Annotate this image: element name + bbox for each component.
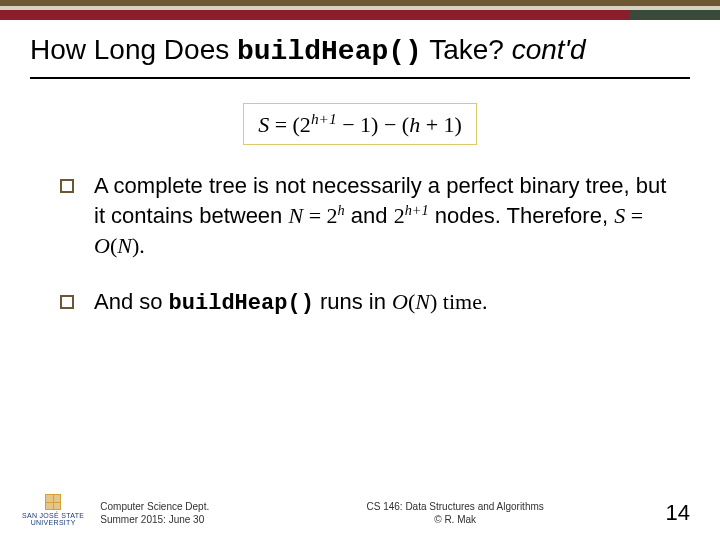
exp-h1: h+1 <box>405 202 429 218</box>
bullet-list: A complete tree is not necessarily a per… <box>0 145 720 318</box>
bullet-item: And so buildHeap() runs in O(N) time. <box>60 287 670 319</box>
dept: Computer Science Dept. <box>100 500 260 513</box>
var-N2: N <box>117 233 132 258</box>
logo-text-1: SAN JOSÉ STATE <box>22 512 84 519</box>
page-number: 14 <box>650 500 690 526</box>
copyright: © R. Mak <box>260 513 650 526</box>
footer-center: CS 146: Data Structures and Algorithms ©… <box>260 500 650 526</box>
bullet-text-2: And so buildHeap() runs in O(N) time. <box>94 287 487 319</box>
eq2: = <box>625 203 643 228</box>
logo-text-2: UNIVERSITY <box>31 519 76 526</box>
formula-h: h <box>409 112 420 137</box>
bullet-item: A complete tree is not necessarily a per… <box>60 171 670 260</box>
formula-exp1: h+1 <box>311 110 337 127</box>
big-O: O <box>392 289 408 314</box>
decorative-top-bars <box>0 0 720 20</box>
paren-close: ). <box>132 233 145 258</box>
title-prefix: How Long Does <box>30 34 237 65</box>
footer: SAN JOSÉ STATE UNIVERSITY Computer Scien… <box>0 494 720 526</box>
formula-box: S = (2h+1 − 1) − (h + 1) <box>243 103 477 145</box>
text: And so <box>94 289 169 314</box>
two2: 2 <box>394 203 405 228</box>
term: Summer 2015: June 30 <box>100 513 260 526</box>
title-rule <box>30 77 690 79</box>
course: CS 146: Data Structures and Algorithms <box>260 500 650 513</box>
formula-eq: = (2 <box>269 112 311 137</box>
formula-S: S <box>258 112 269 137</box>
formula-mid: − 1) − ( <box>337 112 409 137</box>
bullet-square-icon <box>60 295 74 309</box>
logo-icon <box>45 494 61 510</box>
bullet-square-icon <box>60 179 74 193</box>
title-contd: cont'd <box>512 34 586 65</box>
footer-left: Computer Science Dept. Summer 2015: June… <box>100 500 260 526</box>
sjsu-logo: SAN JOSÉ STATE UNIVERSITY <box>22 494 84 526</box>
big-O: O <box>94 233 110 258</box>
formula-tail: + 1) <box>420 112 462 137</box>
code-buildheap: buildHeap() <box>169 291 314 316</box>
var-N: N <box>288 203 303 228</box>
equals: = <box>303 203 326 228</box>
and: and <box>345 203 394 228</box>
slide-title: How Long Does buildHeap() Take? cont'd <box>30 34 690 67</box>
title-code: buildHeap() <box>237 36 422 67</box>
bullet-text-1: A complete tree is not necessarily a per… <box>94 171 670 260</box>
two: 2 <box>327 203 338 228</box>
nodes: nodes. Therefore, <box>429 203 615 228</box>
paren-close: ) time. <box>430 289 487 314</box>
text2: runs in <box>314 289 392 314</box>
exp-h: h <box>338 202 345 218</box>
var-S: S <box>614 203 625 228</box>
slide: How Long Does buildHeap() Take? cont'd S… <box>0 0 720 540</box>
var-N: N <box>415 289 430 314</box>
title-suffix: Take? <box>422 34 512 65</box>
